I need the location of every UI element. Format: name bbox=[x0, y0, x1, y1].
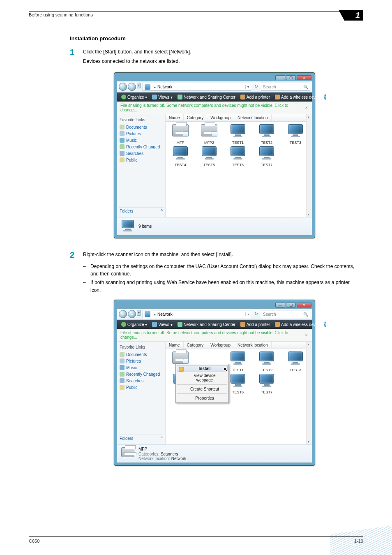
device-test5[interactable]: TEST5 bbox=[197, 146, 221, 167]
device-test7[interactable]: TEST7 bbox=[254, 374, 279, 394]
add-printer-icon bbox=[240, 95, 245, 99]
breadcrumb-dropdown[interactable]: ▾ bbox=[245, 312, 249, 316]
sidebar-item-documents[interactable]: Documents bbox=[119, 351, 164, 358]
column-headers[interactable]: Name Category Workgroup Network location bbox=[166, 342, 312, 349]
details-pane: 9 items bbox=[117, 217, 312, 235]
refresh-button[interactable]: ↻ bbox=[253, 84, 259, 90]
command-bar: Organize ▾ Views ▾ Network and Sharing C… bbox=[117, 92, 312, 102]
network-icon bbox=[145, 84, 150, 90]
device-mfp[interactable]: MFP bbox=[168, 124, 193, 145]
file-sharing-info-bar[interactable]: File sharing is turned off. Some network… bbox=[117, 329, 312, 342]
sidebar-item-public[interactable]: Public bbox=[119, 384, 164, 391]
col-workgroup[interactable]: Workgroup bbox=[207, 342, 234, 349]
vertical-scrollbar[interactable] bbox=[306, 342, 312, 444]
device-test3[interactable]: TEST3 bbox=[283, 352, 308, 372]
refresh-button[interactable]: ↻ bbox=[253, 311, 259, 317]
device-test2[interactable]: TEST2 bbox=[254, 352, 279, 372]
sidebar-item-recently-changed[interactable]: Recently Changed bbox=[119, 371, 164, 377]
context-menu-create-shortcut[interactable]: Create Shortcut bbox=[177, 386, 228, 393]
breadcrumb-dropdown[interactable]: ▾ bbox=[245, 85, 249, 89]
sidebar-item-music[interactable]: Music bbox=[119, 137, 164, 143]
sidebar-item-documents[interactable]: Documents bbox=[119, 124, 164, 130]
column-headers[interactable]: Name Category Workgroup Network location bbox=[166, 114, 312, 122]
recent-pages-dropdown[interactable]: ▾ bbox=[137, 310, 141, 316]
close-button[interactable]: x bbox=[297, 75, 311, 80]
details-location-label: Network location: bbox=[138, 456, 170, 461]
pictures-icon bbox=[120, 131, 125, 136]
chapter-badge: 1 bbox=[344, 10, 363, 21]
network-sharing-center-button[interactable]: Network and Sharing Center bbox=[176, 322, 237, 327]
recent-pages-dropdown[interactable]: ▾ bbox=[137, 83, 141, 88]
organize-menu[interactable]: Organize ▾ bbox=[120, 95, 149, 99]
organize-icon bbox=[121, 322, 126, 327]
sidebar-item-searches[interactable]: Searches bbox=[119, 150, 164, 157]
col-network-location[interactable]: Network location bbox=[234, 342, 272, 349]
col-network-location[interactable]: Network location bbox=[234, 114, 272, 121]
running-head: Before using scanning functions bbox=[29, 12, 93, 17]
forward-button[interactable]: → bbox=[128, 310, 136, 318]
device-test1[interactable]: TEST1 bbox=[226, 352, 250, 372]
maximize-button[interactable]: ▢ bbox=[286, 303, 296, 308]
folders-toggle[interactable]: Folders^ bbox=[119, 207, 164, 215]
infobar-close-icon[interactable]: × bbox=[304, 333, 309, 338]
nsc-icon bbox=[178, 95, 182, 99]
file-sharing-info-bar[interactable]: File sharing is turned off. Some network… bbox=[117, 102, 312, 114]
sidebar-item-music[interactable]: Music bbox=[119, 364, 164, 371]
device-mfp-selected[interactable]: Install↖ View device webpage Create Shor… bbox=[168, 352, 193, 372]
col-category[interactable]: Category bbox=[184, 114, 208, 121]
sidebar-item-searches[interactable]: Searches bbox=[119, 377, 164, 384]
screenshot-network-window-1: — ▢ x ← → ▾ ▸ Network bbox=[114, 72, 315, 238]
device-test3[interactable]: TEST3 bbox=[283, 124, 308, 145]
back-button[interactable]: ← bbox=[119, 83, 127, 91]
context-menu-properties[interactable]: Properties bbox=[177, 395, 228, 402]
folders-toggle[interactable]: Folders^ bbox=[119, 435, 164, 442]
forward-button[interactable]: → bbox=[128, 83, 136, 91]
col-name[interactable]: Name bbox=[166, 342, 184, 349]
network-sharing-center-button[interactable]: Network and Sharing Center bbox=[176, 95, 237, 99]
add-printer-button[interactable]: Add a printer bbox=[239, 322, 272, 327]
col-category[interactable]: Category bbox=[184, 342, 208, 349]
add-wireless-button[interactable]: Add a wireless device bbox=[273, 322, 323, 327]
context-menu-install[interactable]: Install↖ bbox=[177, 365, 228, 372]
context-menu: Install↖ View device webpage Create Shor… bbox=[175, 364, 229, 403]
sidebar-item-recently-changed[interactable]: Recently Changed bbox=[119, 143, 164, 150]
vertical-scrollbar[interactable] bbox=[306, 114, 312, 217]
search-input[interactable]: Search 🔍 bbox=[261, 83, 310, 91]
col-name[interactable]: Name bbox=[166, 114, 184, 121]
network-icon bbox=[145, 311, 150, 317]
organize-menu[interactable]: Organize ▾ bbox=[120, 322, 149, 327]
search-input[interactable]: Search 🔍 bbox=[261, 310, 310, 318]
sidebar-item-public[interactable]: Public bbox=[119, 157, 164, 163]
maximize-button[interactable]: ▢ bbox=[286, 75, 296, 80]
device-test1[interactable]: TEST1 bbox=[226, 124, 250, 145]
navigation-pane: Favorite Links Documents Pictures Music … bbox=[117, 114, 166, 217]
step-1-line-1: Click the [Start] button, and then selec… bbox=[83, 48, 359, 56]
add-printer-button[interactable]: Add a printer bbox=[239, 95, 272, 99]
add-wireless-button[interactable]: Add a wireless device bbox=[273, 95, 323, 99]
sidebar-item-pictures[interactable]: Pictures bbox=[119, 130, 164, 137]
screenshot-network-window-2: — ▢ x ← → ▾ ▸ Network bbox=[114, 300, 315, 466]
address-breadcrumb[interactable]: ▸ Network ▾ bbox=[143, 83, 251, 91]
col-workgroup[interactable]: Workgroup bbox=[207, 114, 234, 121]
minimize-button[interactable]: — bbox=[275, 75, 285, 80]
sidebar-item-pictures[interactable]: Pictures bbox=[119, 358, 164, 364]
help-button[interactable]: ? bbox=[324, 321, 326, 327]
device-test2[interactable]: TEST2 bbox=[254, 124, 279, 145]
address-breadcrumb[interactable]: ▸ Network ▾ bbox=[143, 310, 251, 318]
device-test4[interactable]: TEST4 bbox=[168, 146, 193, 167]
help-button[interactable]: ? bbox=[324, 94, 326, 100]
device-mfp2[interactable]: MFP2 bbox=[197, 124, 221, 145]
context-menu-view-webpage[interactable]: View device webpage bbox=[177, 372, 228, 384]
minimize-button[interactable]: — bbox=[275, 303, 285, 308]
step-1-line-2: Devices connected to the network are lis… bbox=[83, 58, 359, 65]
back-button[interactable]: ← bbox=[119, 310, 127, 318]
views-menu[interactable]: Views ▾ bbox=[150, 95, 174, 99]
step-1: 1 Click the [Start] button, and then sel… bbox=[70, 48, 359, 67]
views-menu[interactable]: Views ▾ bbox=[150, 322, 174, 327]
step-2-line-1: Right-click the scanner icon on the mach… bbox=[83, 251, 359, 259]
close-button[interactable]: x bbox=[297, 303, 311, 308]
device-test7[interactable]: TEST7 bbox=[254, 146, 279, 167]
device-test6[interactable]: TEST6 bbox=[226, 146, 250, 167]
infobar-close-icon[interactable]: × bbox=[304, 105, 309, 110]
device-test6[interactable]: TEST6 bbox=[226, 374, 250, 394]
